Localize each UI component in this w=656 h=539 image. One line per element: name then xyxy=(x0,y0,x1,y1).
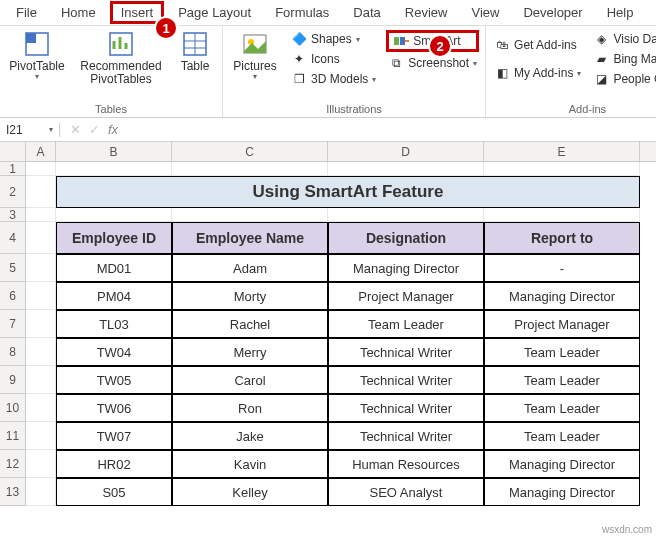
cell[interactable] xyxy=(26,310,56,338)
cell[interactable]: TW04 xyxy=(56,338,172,366)
cell[interactable]: SEO Analyst xyxy=(328,478,484,506)
visio-button[interactable]: ◈Visio Data V xyxy=(591,30,656,48)
menu-file[interactable]: File xyxy=(6,2,47,23)
menu-developer[interactable]: Developer xyxy=(513,2,592,23)
cell[interactable] xyxy=(26,478,56,506)
col-header-a[interactable]: A xyxy=(26,142,56,161)
menu-data[interactable]: Data xyxy=(343,2,390,23)
cell[interactable]: Technical Writer xyxy=(328,338,484,366)
cell[interactable] xyxy=(328,208,484,222)
cell[interactable]: Technical Writer xyxy=(328,366,484,394)
row-header[interactable]: 4 xyxy=(0,222,26,254)
col-header-c[interactable]: C xyxy=(172,142,328,161)
row-header[interactable]: 3 xyxy=(0,208,26,222)
bing-maps-button[interactable]: ▰Bing Maps xyxy=(591,50,656,68)
row-header[interactable]: 11 xyxy=(0,422,26,450)
cell[interactable] xyxy=(56,208,172,222)
enter-icon[interactable]: ✓ xyxy=(89,122,100,137)
fx-icon[interactable]: fx xyxy=(108,122,118,137)
cell[interactable]: Adam xyxy=(172,254,328,282)
cell[interactable]: Team Leader xyxy=(484,338,640,366)
cell[interactable]: TW06 xyxy=(56,394,172,422)
row-header[interactable]: 2 xyxy=(0,176,26,208)
row-header[interactable]: 10 xyxy=(0,394,26,422)
name-box[interactable]: I21▾ xyxy=(0,123,60,137)
cell[interactable]: Ron xyxy=(172,394,328,422)
cell[interactable]: S05 xyxy=(56,478,172,506)
cell[interactable]: Team Leader xyxy=(484,394,640,422)
cell[interactable] xyxy=(26,366,56,394)
pivottable-button[interactable]: PivotTable ▾ xyxy=(6,30,68,82)
table-button[interactable]: Table xyxy=(174,30,216,73)
cell[interactable]: Managing Director xyxy=(484,450,640,478)
row-header[interactable]: 9 xyxy=(0,366,26,394)
cell[interactable]: Project Manager xyxy=(328,282,484,310)
screenshot-button[interactable]: ⧉Screenshot ▾ xyxy=(386,54,479,72)
row-header[interactable]: 8 xyxy=(0,338,26,366)
get-addins-button[interactable]: 🛍Get Add-ins xyxy=(492,36,583,54)
cell[interactable]: Team Leader xyxy=(484,366,640,394)
row-header[interactable]: 13 xyxy=(0,478,26,506)
cell[interactable]: Project Manager xyxy=(484,310,640,338)
pictures-button[interactable]: Pictures ▾ xyxy=(229,30,281,82)
header-desig[interactable]: Designation xyxy=(328,222,484,254)
menu-pagelayout[interactable]: Page Layout xyxy=(168,2,261,23)
cell[interactable] xyxy=(56,162,172,176)
cell[interactable] xyxy=(26,222,56,254)
icons-button[interactable]: ✦Icons xyxy=(289,50,378,68)
my-addins-button[interactable]: ◧My Add-ins ▾ xyxy=(492,64,583,82)
header-report[interactable]: Report to xyxy=(484,222,640,254)
cell[interactable] xyxy=(26,422,56,450)
menu-help[interactable]: Help xyxy=(597,2,644,23)
menu-review[interactable]: Review xyxy=(395,2,458,23)
row-header[interactable]: 1 xyxy=(0,162,26,176)
row-header[interactable]: 5 xyxy=(0,254,26,282)
cell[interactable]: Human Resources xyxy=(328,450,484,478)
col-header-e[interactable]: E xyxy=(484,142,640,161)
row-header[interactable]: 12 xyxy=(0,450,26,478)
cell[interactable] xyxy=(484,208,640,222)
col-header-b[interactable]: B xyxy=(56,142,172,161)
cell[interactable] xyxy=(26,254,56,282)
cell[interactable]: TL03 xyxy=(56,310,172,338)
cancel-icon[interactable]: ✕ xyxy=(70,122,81,137)
row-header[interactable]: 7 xyxy=(0,310,26,338)
cell[interactable]: Morty xyxy=(172,282,328,310)
recommended-pivot-button[interactable]: Recommended PivotTables xyxy=(76,30,166,86)
cell[interactable] xyxy=(328,162,484,176)
row-header[interactable]: 6 xyxy=(0,282,26,310)
cell[interactable]: MD01 xyxy=(56,254,172,282)
select-all-corner[interactable] xyxy=(0,142,26,161)
cell[interactable]: Merry xyxy=(172,338,328,366)
cell[interactable]: PM04 xyxy=(56,282,172,310)
cell[interactable]: Carol xyxy=(172,366,328,394)
col-header-d[interactable]: D xyxy=(328,142,484,161)
cell[interactable]: Technical Writer xyxy=(328,394,484,422)
cell[interactable]: TW05 xyxy=(56,366,172,394)
cell[interactable]: Jake xyxy=(172,422,328,450)
cell[interactable] xyxy=(26,394,56,422)
cell[interactable]: Team Leader xyxy=(328,310,484,338)
cell[interactable]: Kelley xyxy=(172,478,328,506)
3dmodels-button[interactable]: ❒3D Models ▾ xyxy=(289,70,378,88)
cell[interactable]: TW07 xyxy=(56,422,172,450)
cell[interactable] xyxy=(26,450,56,478)
menu-formulas[interactable]: Formulas xyxy=(265,2,339,23)
cell[interactable] xyxy=(26,176,56,208)
cell[interactable] xyxy=(26,282,56,310)
cell[interactable]: - xyxy=(484,254,640,282)
cell[interactable]: Managing Director xyxy=(328,254,484,282)
cell[interactable] xyxy=(26,162,56,176)
cell[interactable] xyxy=(172,162,328,176)
cell[interactable]: Kavin xyxy=(172,450,328,478)
people-graph-button[interactable]: ◪People Grap xyxy=(591,70,656,88)
shapes-button[interactable]: 🔷Shapes ▾ xyxy=(289,30,378,48)
header-id[interactable]: Employee ID xyxy=(56,222,172,254)
header-name[interactable]: Employee Name xyxy=(172,222,328,254)
cell[interactable] xyxy=(172,208,328,222)
menu-view[interactable]: View xyxy=(461,2,509,23)
title-cell[interactable]: Using SmartArt Feature xyxy=(56,176,640,208)
cell[interactable]: Rachel xyxy=(172,310,328,338)
cell[interactable]: Managing Director xyxy=(484,282,640,310)
cell[interactable] xyxy=(26,338,56,366)
